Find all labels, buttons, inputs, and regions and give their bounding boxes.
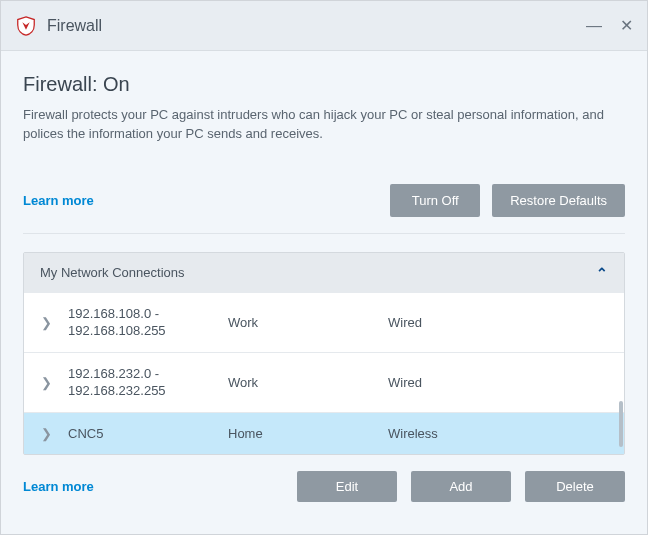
- footer-row: Learn more Edit Add Delete: [23, 455, 625, 502]
- connection-medium: Wired: [388, 375, 608, 390]
- table-row[interactable]: ❯ CNC5 Home Wireless: [24, 412, 624, 455]
- learn-more-link[interactable]: Learn more: [23, 193, 94, 208]
- connection-name: CNC5: [68, 425, 228, 443]
- footer-button-group: Edit Add Delete: [297, 471, 625, 502]
- window-title: Firewall: [47, 17, 102, 35]
- connection-name: 192.168.232.0 - 192.168.232.255: [68, 365, 228, 400]
- delete-button[interactable]: Delete: [525, 471, 625, 502]
- table-row[interactable]: ❯ 192.168.108.0 - 192.168.108.255 Work W…: [24, 293, 624, 352]
- connections-list: ❯ 192.168.108.0 - 192.168.108.255 Work W…: [24, 293, 624, 455]
- network-connections-panel: My Network Connections ⌃ ❯ 192.168.108.0…: [23, 252, 625, 456]
- firewall-window: Firewall — ✕ Firewall: On Firewall prote…: [0, 0, 648, 535]
- divider: [23, 233, 625, 234]
- panel-header[interactable]: My Network Connections ⌃: [24, 253, 624, 293]
- table-row[interactable]: ❯ 192.168.232.0 - 192.168.232.255 Work W…: [24, 352, 624, 412]
- content-area: Firewall: On Firewall protects your PC a…: [1, 51, 647, 502]
- learn-more-link-footer[interactable]: Learn more: [23, 479, 94, 494]
- minimize-icon[interactable]: —: [586, 17, 602, 35]
- connection-name: 192.168.108.0 - 192.168.108.255: [68, 305, 228, 340]
- chevron-right-icon[interactable]: ❯: [40, 375, 52, 390]
- page-description: Firewall protects your PC against intrud…: [23, 106, 625, 144]
- connection-medium: Wired: [388, 315, 608, 330]
- connection-type: Work: [228, 375, 388, 390]
- window-controls: — ✕: [586, 16, 633, 35]
- chevron-right-icon[interactable]: ❯: [40, 426, 52, 441]
- titlebar: Firewall — ✕: [1, 1, 647, 51]
- restore-defaults-button[interactable]: Restore Defaults: [492, 184, 625, 217]
- add-button[interactable]: Add: [411, 471, 511, 502]
- mcafee-logo-icon: [15, 15, 37, 37]
- connection-type: Home: [228, 426, 388, 441]
- header-button-group: Turn Off Restore Defaults: [390, 184, 625, 217]
- edit-button[interactable]: Edit: [297, 471, 397, 502]
- scrollbar-thumb[interactable]: [619, 401, 623, 447]
- turn-off-button[interactable]: Turn Off: [390, 184, 480, 217]
- panel-title: My Network Connections: [40, 265, 185, 280]
- page-heading: Firewall: On: [23, 73, 625, 96]
- connection-type: Work: [228, 315, 388, 330]
- actions-row: Learn more Turn Off Restore Defaults: [23, 184, 625, 217]
- connection-medium: Wireless: [388, 426, 608, 441]
- close-icon[interactable]: ✕: [620, 16, 633, 35]
- chevron-up-icon: ⌃: [596, 265, 608, 281]
- chevron-right-icon[interactable]: ❯: [40, 315, 52, 330]
